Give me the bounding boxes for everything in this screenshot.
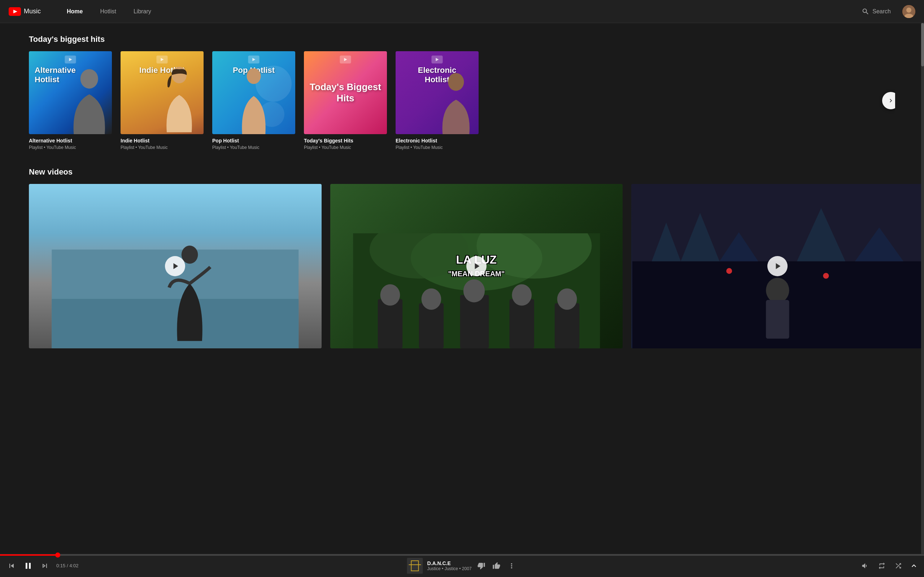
video-card-2[interactable]: LA LUZ"MEAN DREAM" [330, 184, 623, 348]
video-play-btn-1[interactable] [165, 256, 185, 276]
logo-text: Music [24, 8, 41, 15]
card-electronic-thumb: ElectronicHotlist [396, 51, 478, 134]
card-alt-name: Alternative Hotlist [29, 138, 112, 143]
avatar-image [902, 5, 915, 18]
svg-rect-48 [766, 300, 789, 338]
person-silhouette-pop [233, 68, 275, 134]
card-alt-hotlist[interactable]: AlternativeHotlist Alternative Hotlist P… [29, 51, 112, 150]
video-play-btn-2[interactable] [466, 256, 486, 276]
new-videos-title: New videos [29, 167, 924, 177]
svg-point-28 [380, 284, 400, 305]
card-pop-meta: Playlist • YouTube Music [212, 145, 295, 150]
biggest-hits-title: Today's biggest hits [29, 35, 895, 44]
svg-rect-29 [419, 303, 443, 348]
play-icon-3 [774, 262, 782, 270]
card-biggest-thumb: Today's Biggest Hits [304, 51, 387, 134]
dancer-figure [146, 242, 234, 341]
video-card-1[interactable] [29, 184, 321, 348]
svg-point-34 [512, 284, 531, 305]
play-icon-2 [473, 262, 481, 270]
svg-point-36 [557, 288, 577, 310]
nav-hotlist[interactable]: Hotlist [91, 0, 124, 23]
svg-point-13 [247, 68, 261, 84]
search-label: Search [872, 8, 891, 15]
scrollbar-track[interactable] [921, 23, 924, 383]
card-indie-meta: Playlist • YouTube Music [121, 145, 204, 150]
svg-point-45 [726, 268, 732, 274]
nav-library[interactable]: Library [125, 0, 160, 23]
card-pop-name: Pop Hotlist [212, 138, 295, 143]
svg-marker-37 [475, 263, 479, 269]
svg-rect-35 [554, 303, 579, 348]
card-pop-hotlist[interactable]: Pop Hotlist Pop Hotlist Playlist • YouTu… [212, 51, 295, 150]
person-silhouette-electronic [433, 72, 479, 134]
yt-logo-small [65, 56, 76, 63]
card-play-icon-electronic [431, 56, 443, 65]
svg-point-32 [463, 279, 485, 302]
biggest-hits-cards: AlternativeHotlist Alternative Hotlist P… [29, 51, 895, 150]
yt-logo-small-pop [248, 56, 260, 63]
video-thumb-2: LA LUZ"MEAN DREAM" [330, 184, 623, 348]
card-play-icon-biggest [340, 56, 351, 65]
card-play-icon-pop [248, 56, 260, 65]
person-silhouette-indie [158, 64, 200, 134]
video-thumb-1 [29, 184, 321, 348]
card-indie-hotlist[interactable]: Indie Hotlist Indie Hotlist Playlist • Y… [121, 51, 204, 150]
svg-point-3 [906, 8, 911, 13]
svg-point-46 [823, 273, 829, 279]
svg-point-47 [766, 278, 789, 303]
card-play-icon [65, 56, 76, 65]
card-biggest-meta: Playlist • YouTube Music [304, 145, 387, 150]
card-indie-thumb: Indie Hotlist [121, 51, 204, 134]
yt-logo-small-electronic [431, 56, 443, 63]
play-icon-1 [172, 262, 180, 270]
svg-point-7 [80, 69, 98, 89]
card-electronic-meta: Playlist • YouTube Music [396, 145, 478, 150]
band-scene [330, 233, 623, 348]
card-indie-name: Indie Hotlist [121, 138, 204, 143]
new-videos-section: New videos [0, 167, 924, 348]
search-icon [861, 8, 869, 16]
svg-rect-33 [509, 299, 534, 348]
card-biggest-name: Today's Biggest Hits [304, 138, 387, 143]
svg-rect-27 [378, 299, 402, 348]
person-silhouette-alt [66, 68, 112, 134]
chevron-right-icon [887, 97, 894, 104]
card-electronic-name: Electronic Hotlist [396, 138, 478, 143]
logo[interactable]: Music [9, 7, 41, 16]
video-thumb-3 [631, 184, 924, 348]
videos-row: LA LUZ"MEAN DREAM" [29, 184, 924, 348]
header-right: EARLY ACCESS [902, 5, 915, 18]
scrollbar-thumb[interactable] [921, 23, 924, 66]
yt-logo-small-biggest [340, 56, 351, 63]
main-content: Today's biggest hits AlternativeHotlist [0, 23, 924, 360]
svg-rect-31 [460, 295, 489, 348]
card-alt-hotlist-thumb: AlternativeHotlist [29, 51, 112, 134]
svg-point-18 [448, 73, 464, 90]
biggest-hits-section: Today's biggest hits AlternativeHotlist [0, 35, 924, 150]
search-area[interactable]: Search [861, 8, 891, 16]
nav-home[interactable]: Home [58, 0, 91, 23]
avatar[interactable] [902, 5, 915, 18]
card-pop-thumb: Pop Hotlist [212, 51, 295, 134]
svg-marker-49 [776, 263, 781, 269]
card-biggest-hits[interactable]: Today's Biggest Hits Today's Biggest Hit… [304, 51, 387, 150]
svg-point-30 [421, 288, 441, 310]
card-alt-meta: Playlist • YouTube Music [29, 145, 112, 150]
header: Music Home Hotlist Library Search EARLY … [0, 0, 924, 23]
video-play-btn-3[interactable] [767, 256, 788, 276]
card-biggest-label: Today's Biggest Hits [304, 79, 387, 107]
next-carousel-button[interactable] [882, 92, 895, 109]
nav: Home Hotlist Library [58, 0, 861, 23]
svg-marker-22 [174, 263, 178, 269]
card-electronic-hotlist[interactable]: ElectronicHotlist Electronic Hotlist Pla… [396, 51, 478, 150]
yt-logo-small-indie [156, 56, 168, 63]
youtube-icon [9, 7, 21, 16]
video-card-3[interactable] [631, 184, 924, 348]
